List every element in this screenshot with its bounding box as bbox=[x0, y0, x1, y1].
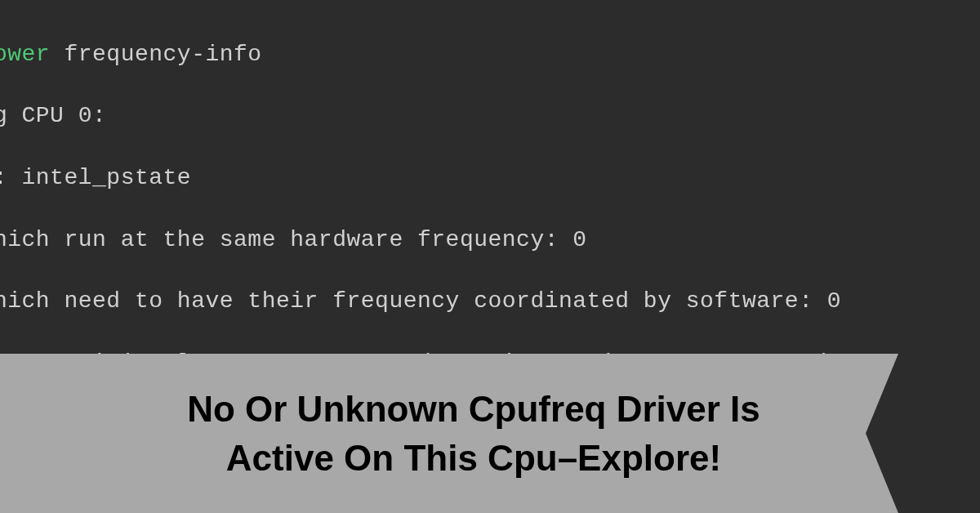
command-name: pupower bbox=[0, 42, 50, 67]
command-argument: frequency-info bbox=[50, 42, 262, 67]
terminal-line: s which run at the same hardware frequen… bbox=[0, 225, 980, 256]
title-banner: No Or Unknown Cpufreq Driver Is Active O… bbox=[0, 354, 980, 513]
title-banner-container: No Or Unknown Cpufreq Driver Is Active O… bbox=[0, 354, 980, 513]
banner-title-line2: Active On This Cpu–Explore! bbox=[226, 438, 721, 478]
terminal-line: ver: intel_pstate bbox=[0, 163, 980, 194]
terminal-command-line: pupower frequency-info bbox=[0, 39, 980, 70]
terminal-line: zing CPU 0: bbox=[0, 100, 980, 132]
banner-title-line1: No Or Unknown Cpufreq Driver Is bbox=[187, 389, 760, 429]
banner-title: No Or Unknown Cpufreq Driver Is Active O… bbox=[65, 385, 882, 482]
terminal-line: s which need to have their frequency coo… bbox=[0, 286, 980, 317]
